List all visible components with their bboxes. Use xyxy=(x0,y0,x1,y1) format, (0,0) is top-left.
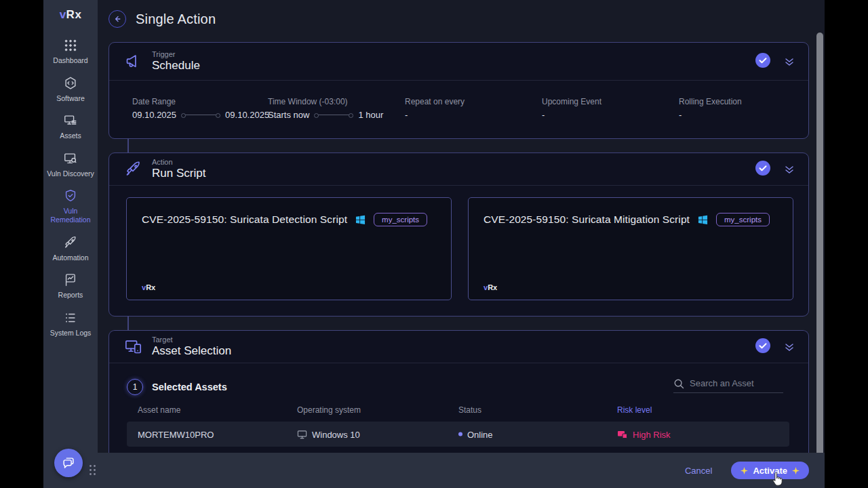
column-header-operating-system[interactable]: Operating system xyxy=(297,405,361,415)
activate-label: Activate xyxy=(753,466,787,476)
script-tag-badge: my_scripts xyxy=(374,213,427,226)
column-header-risk-level[interactable]: Risk level xyxy=(617,405,652,415)
check-circle-icon xyxy=(755,338,770,356)
sidebar-item-system-logs[interactable]: System Logs xyxy=(43,310,98,338)
section-connector-line xyxy=(127,139,129,152)
monitor-icon xyxy=(297,429,307,439)
range-connector xyxy=(183,115,218,115)
script-title: CVE-2025-59150: Suricata Mitigation Scri… xyxy=(484,214,690,226)
online-status-dot xyxy=(458,432,462,436)
footer-actions: Cancel Activate xyxy=(685,462,809,479)
section-kicker: Trigger xyxy=(152,50,200,58)
section-title: Run Script xyxy=(152,167,205,180)
screen: vRx Dashboard Software xyxy=(0,0,868,488)
windows-logo-icon xyxy=(698,215,708,225)
column-header-status[interactable]: Status xyxy=(458,405,481,415)
back-button[interactable] xyxy=(108,10,126,28)
sidebar-item-label: Vuln Remediation xyxy=(46,207,95,224)
cancel-button[interactable]: Cancel xyxy=(685,466,712,476)
sidebar: vRx Dashboard Software xyxy=(43,0,98,488)
sidebar-item-assets[interactable]: Assets xyxy=(43,113,98,140)
sidebar-item-label: Reports xyxy=(58,291,83,300)
sparkle-icon xyxy=(792,467,800,474)
section-header: Target Asset Selection xyxy=(109,331,808,363)
vrx-logo: vRx xyxy=(60,8,82,22)
main-content: Single Action Trigger Schedule xyxy=(98,0,825,488)
step-number-badge: 1 xyxy=(127,379,143,395)
field-date-range: Date Range 09.10.2025 09.10.2025 xyxy=(132,97,269,120)
sidebar-item-automation[interactable]: Automation xyxy=(43,235,98,262)
column-header-asset-name[interactable]: Asset name xyxy=(138,405,180,415)
section-header: Action Run Script xyxy=(109,153,808,186)
date-start: 09.10.2025 xyxy=(132,110,176,120)
megaphone-icon xyxy=(124,52,142,70)
selected-assets-step: 1 Selected Assets xyxy=(127,379,227,395)
rocket-icon xyxy=(124,160,142,178)
section-kicker: Target xyxy=(152,336,231,344)
rocket-icon xyxy=(63,235,78,250)
grid-dots-icon xyxy=(63,38,78,53)
field-upcoming-event: Upcoming Event - xyxy=(542,97,601,120)
section-target-asset-selection: Target Asset Selection 1 Selected Assets xyxy=(108,330,809,455)
page-title: Single Action xyxy=(136,12,216,27)
vrx-brand-mark: vRx xyxy=(142,283,155,291)
section-connector-line xyxy=(127,317,129,330)
sparkle-icon xyxy=(741,467,748,474)
field-time-window: Time Window (-03:00) Starts now 1 hour xyxy=(268,97,383,120)
collapse-chevrons-icon[interactable] xyxy=(783,340,796,354)
sidebar-item-label: Dashboard xyxy=(53,56,87,65)
list-icon xyxy=(63,310,78,325)
hexagon-code-icon xyxy=(63,76,78,91)
script-card-mitigation[interactable]: CVE-2025-59150: Suricata Mitigation Scri… xyxy=(468,197,793,300)
shield-check-icon xyxy=(63,188,78,203)
chat-button[interactable] xyxy=(54,449,83,477)
table-row[interactable]: MORTEMW10PRO Windows 10 Online xyxy=(127,422,789,447)
section-header: Trigger Schedule xyxy=(109,43,808,81)
sidebar-item-vuln-remediation[interactable]: Vuln Remediation xyxy=(43,188,98,224)
table-header-row: Asset name Operating system Status Risk … xyxy=(109,405,808,419)
sidebar-item-label: System Logs xyxy=(50,329,92,338)
sidebar-item-label: Automation xyxy=(52,253,88,262)
time-duration: 1 hour xyxy=(358,110,383,120)
cell-operating-system: Windows 10 xyxy=(297,429,360,439)
collapse-chevrons-icon[interactable] xyxy=(783,55,796,68)
drag-handle-dots[interactable] xyxy=(88,464,97,479)
section-title: Schedule xyxy=(152,59,200,73)
sidebar-item-vuln-discovery[interactable]: Vuln Discovery xyxy=(43,151,98,178)
section-trigger-schedule: Trigger Schedule Date Range 09.10.2025 xyxy=(108,42,809,139)
asset-search xyxy=(673,374,783,393)
time-start: Starts now xyxy=(268,110,309,120)
monitor-scan-icon xyxy=(63,151,78,166)
vrx-brand-mark: vRx xyxy=(484,283,497,291)
section-kicker: Action xyxy=(152,158,205,166)
search-input[interactable] xyxy=(690,378,774,388)
collapse-chevrons-icon[interactable] xyxy=(783,163,796,176)
section-title: Asset Selection xyxy=(152,344,231,358)
check-circle-icon xyxy=(755,161,770,178)
script-tag-badge: my_scripts xyxy=(716,213,770,226)
activate-button[interactable]: Activate xyxy=(731,462,809,479)
risk-devices-icon xyxy=(617,429,628,439)
script-card-detection[interactable]: CVE-2025-59150: Suricata Detection Scrip… xyxy=(126,197,452,300)
field-repeat: Repeat on every - xyxy=(405,97,465,120)
sidebar-item-software[interactable]: Software xyxy=(43,76,98,103)
date-end: 09.10.2025 xyxy=(225,110,269,120)
script-title: CVE-2025-59150: Suricata Detection Scrip… xyxy=(142,214,347,226)
flag-chart-icon xyxy=(63,272,78,287)
chat-bubbles-icon xyxy=(61,455,76,470)
field-rolling-execution: Rolling Execution - xyxy=(679,97,742,120)
sidebar-item-dashboard[interactable]: Dashboard xyxy=(43,38,98,65)
monitor-stack-icon xyxy=(63,113,78,128)
search-icon xyxy=(673,378,684,389)
sidebar-item-label: Software xyxy=(56,94,84,103)
sidebar-item-reports[interactable]: Reports xyxy=(43,272,98,300)
arrow-left-icon xyxy=(113,14,122,24)
range-connector xyxy=(316,115,351,115)
cell-status: Online xyxy=(458,429,493,439)
footer-bar: Cancel Activate xyxy=(43,453,825,488)
vertical-scrollbar[interactable] xyxy=(816,33,823,461)
page-header: Single Action xyxy=(108,10,216,28)
section-action-run-script: Action Run Script CVE-2025-59150: Surica… xyxy=(108,152,809,317)
windows-logo-icon xyxy=(355,215,366,225)
devices-icon xyxy=(124,338,142,356)
